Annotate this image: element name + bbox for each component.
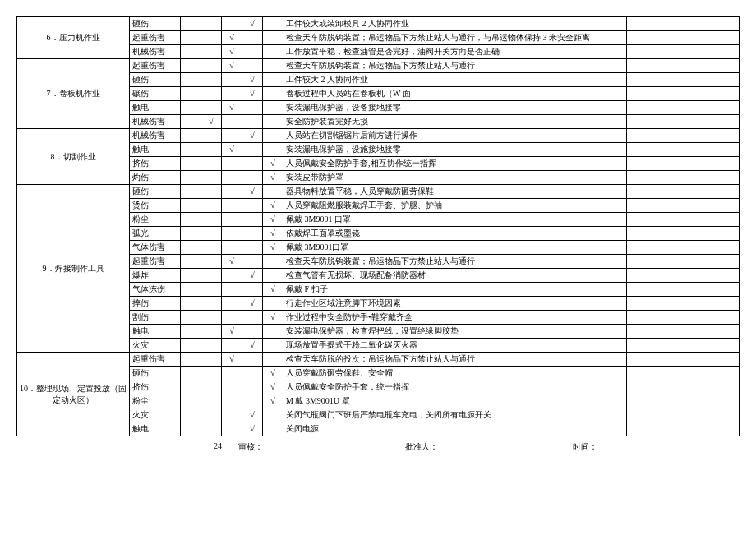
check-cell: √ [263,380,284,394]
description-cell: 器具物料放置平稳，人员穿戴防砸劳保鞋 [284,185,627,199]
check-cell: √ [242,297,263,311]
hazard-cell: 砸伤 [130,367,181,380]
check-cell [242,353,263,367]
reviewer-label: 审核： [238,441,405,453]
description-cell: 人员佩戴安全防护手套，统一指挥 [284,380,627,394]
hazard-cell: 气体伤害 [130,241,181,255]
check-cell [222,408,242,422]
approver-label: 批准人： [405,441,572,453]
check-cell: √ [263,171,284,185]
check-cell [222,380,242,394]
check-cell [263,101,284,115]
check-cell [181,31,201,45]
hazard-cell: 火灾 [130,408,181,422]
description-cell: 人员站在切割锯锯片后前方进行操作 [284,129,627,143]
check-cell [222,17,242,31]
check-cell: √ [263,157,284,171]
tail-cell [627,283,740,297]
check-cell [201,241,222,255]
check-cell [201,339,222,353]
check-cell: √ [242,73,263,87]
check-cell [263,339,284,353]
tail-cell [627,171,740,185]
hazard-cell: 机械伤害 [130,129,181,143]
description-cell: 检查天车防脱钩装置；吊运物品下方禁止站人与通行 [284,255,627,269]
description-cell: 安全防护装置完好无损 [284,115,627,129]
check-cell [201,325,222,339]
tail-cell [627,17,740,31]
check-cell [201,143,222,157]
check-cell [222,311,242,325]
hazard-cell: 弧光 [130,227,181,241]
description-cell: 工件较大或装卸模具 2 人协同作业 [284,17,627,31]
check-cell [201,367,222,380]
check-cell [201,255,222,269]
check-cell: √ [242,129,263,143]
check-cell [181,269,201,283]
tail-cell [627,199,740,213]
check-cell: √ [222,31,242,45]
description-cell: M 戴 3M9001U 罩 [284,394,627,408]
check-cell [242,59,263,73]
check-cell: √ [263,367,284,380]
check-cell: √ [242,269,263,283]
hazard-cell: 爆炸 [130,269,181,283]
check-cell [181,353,201,367]
hazard-cell: 起重伤害 [130,353,181,367]
check-cell [201,422,222,436]
check-cell [222,269,242,283]
tail-cell [627,255,740,269]
check-cell [181,297,201,311]
check-cell: √ [242,408,263,422]
check-cell [222,73,242,87]
check-cell: √ [222,325,242,339]
hazard-cell: 机械伤害 [130,45,181,59]
check-cell [181,73,201,87]
check-cell [181,59,201,73]
check-cell [242,199,263,213]
tail-cell [627,408,740,422]
description-cell: 人员佩戴安全防护手套,相互协作统一指挥 [284,157,627,171]
description-cell: 作业过程中安全防护手•鞋穿戴齐全 [284,311,627,325]
check-cell: √ [242,339,263,353]
check-cell [222,115,242,129]
check-cell [181,422,201,436]
check-cell: √ [222,59,242,73]
check-cell: √ [222,45,242,59]
hazard-cell: 机械伤害 [130,115,181,129]
description-cell: 现场放置手提式干粉二氧化碳灭火器 [284,339,627,353]
hazard-cell: 起重伤害 [130,31,181,45]
check-cell: √ [263,241,284,255]
check-cell [263,31,284,45]
check-cell [181,394,201,408]
tail-cell [627,129,740,143]
time-label: 时间： [573,441,740,453]
check-cell [263,353,284,367]
tail-cell [627,311,740,325]
description-cell: 安装皮带防护罩 [284,171,627,185]
tail-cell [627,101,740,115]
check-cell [222,422,242,436]
description-cell: 工件较大 2 人协同作业 [284,73,627,87]
check-cell [201,171,222,185]
description-cell: 关闭电源 [284,422,627,436]
check-cell: √ [263,283,284,297]
check-cell [242,380,263,394]
check-cell: √ [263,311,284,325]
check-cell [201,394,222,408]
footer: 24 审核： 批准人： 时间： [16,441,740,453]
tail-cell [627,87,740,101]
page-number: 24 [16,441,238,453]
description-cell: 检查气管有无损坏、现场配备消防器材 [284,269,627,283]
check-cell [263,129,284,143]
description-cell: 人员穿戴阻燃服装戴焊工手套、护腿、护袖 [284,199,627,213]
operation-cell: 7．卷板机作业 [17,59,130,129]
check-cell [181,311,201,325]
hazard-cell: 挤伤 [130,380,181,394]
check-cell [201,297,222,311]
hazard-cell: 触电 [130,422,181,436]
description-cell: 安装漏电保护器，检查焊把线，设置绝缘脚胶垫 [284,325,627,339]
check-cell: √ [242,185,263,199]
check-cell: √ [263,199,284,213]
check-cell [263,185,284,199]
